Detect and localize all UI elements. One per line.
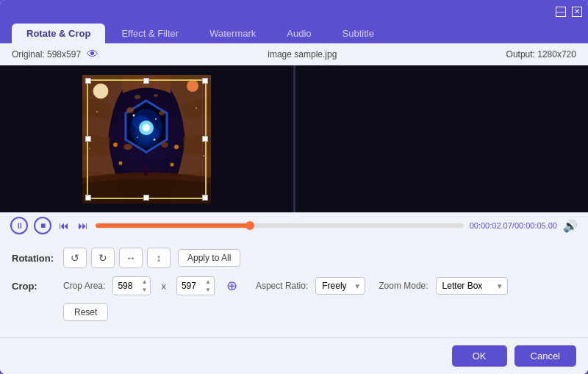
svg-point-12 xyxy=(126,107,134,113)
title-bar: — ✕ xyxy=(0,0,588,24)
zoom-mode-label: Zoom Mode: xyxy=(379,281,428,291)
svg-point-26 xyxy=(170,162,173,166)
flip-v-button[interactable]: ↕ xyxy=(147,248,171,268)
width-decrement-button[interactable]: ▼ xyxy=(139,286,149,294)
tab-rotate-crop[interactable]: Rotate & Crop xyxy=(12,24,105,43)
preview-left xyxy=(0,65,293,212)
info-bar: Original: 598x597 👁 image sample.jpg Out… xyxy=(0,43,588,65)
svg-point-8 xyxy=(132,114,135,116)
left-preview-image xyxy=(82,75,211,204)
tab-watermark[interactable]: Watermark xyxy=(195,24,270,43)
x-separator: x xyxy=(158,281,169,292)
svg-point-25 xyxy=(118,161,122,165)
content-area: Original: 598x597 👁 image sample.jpg Out… xyxy=(0,43,588,374)
rotation-buttons: ↺ ↻ ↔ ↕ xyxy=(63,248,171,268)
stop-button[interactable]: ⏹ xyxy=(34,217,51,234)
info-left: Original: 598x597 👁 xyxy=(12,48,98,61)
tabs-bar: Rotate & Crop Effect & Filter Watermark … xyxy=(0,24,588,43)
tab-subtitle[interactable]: Subtitle xyxy=(328,24,389,43)
width-spinners: ▲ ▼ xyxy=(139,278,149,294)
bottom-bar: OK Cancel xyxy=(0,337,588,374)
time-current: 00:00:02.07 xyxy=(470,221,512,230)
crop-label: Crop: xyxy=(12,281,56,292)
aspect-ratio-wrap: Freely 16:9 4:3 1:1 9:16 ▼ xyxy=(315,277,365,295)
controls-area: Rotation: ↺ ↻ ↔ ↕ Apply to All Crop: Cro… xyxy=(0,239,588,337)
preview-area xyxy=(0,65,588,212)
rotation-label: Rotation: xyxy=(12,253,56,264)
rotation-row: Rotation: ↺ ↻ ↔ ↕ Apply to All xyxy=(12,248,576,268)
original-info: Original: 598x597 xyxy=(12,49,81,60)
svg-point-29 xyxy=(89,148,90,149)
center-crop-button[interactable]: ⊕ xyxy=(222,276,243,296)
close-button[interactable]: ✕ xyxy=(572,7,582,17)
time-total: 00:00:05.00 xyxy=(514,221,557,230)
crop-area-label: Crop Area: xyxy=(63,281,105,291)
title-bar-controls: — ✕ xyxy=(556,7,582,17)
time-display: 00:00:02.07/00:00:05.00 xyxy=(470,221,557,230)
preview-right xyxy=(295,65,589,212)
svg-point-14 xyxy=(123,144,132,150)
eye-icon[interactable]: 👁 xyxy=(87,48,98,61)
svg-point-24 xyxy=(174,145,179,149)
tab-effect-filter[interactable]: Effect & Filter xyxy=(107,24,193,43)
skip-back-button[interactable]: ⏮ xyxy=(57,220,71,231)
progress-thumb xyxy=(245,221,254,230)
progress-bar[interactable] xyxy=(96,223,464,228)
ok-button[interactable]: OK xyxy=(452,345,507,367)
playback-bar: ⏸ ⏹ ⏮ ⏭ 00:00:02.07/00:00:05.00 🔊 xyxy=(0,212,588,239)
svg-point-7 xyxy=(143,124,150,132)
cancel-button[interactable]: Cancel xyxy=(514,345,576,367)
apply-to-all-button[interactable]: Apply to All xyxy=(178,249,240,267)
svg-point-17 xyxy=(154,94,158,97)
progress-fill xyxy=(96,223,250,228)
height-decrement-button[interactable]: ▼ xyxy=(203,286,213,294)
zoom-mode-wrap: Letter Box Pan & Scan Full ▼ xyxy=(436,277,508,295)
aspect-ratio-label: Aspect Ratio: xyxy=(256,281,308,291)
pause-button[interactable]: ⏸ xyxy=(10,217,28,234)
crop-width-wrap: ▲ ▼ xyxy=(112,276,151,295)
filename: image sample.jpg xyxy=(268,49,337,60)
reset-row: Reset xyxy=(12,303,576,321)
skip-forward-button[interactable]: ⏭ xyxy=(76,220,90,231)
crop-height-wrap: ▲ ▼ xyxy=(176,276,215,295)
left-image-container xyxy=(82,75,211,204)
svg-point-9 xyxy=(155,118,157,120)
height-increment-button[interactable]: ▲ xyxy=(203,278,213,286)
volume-icon[interactable]: 🔊 xyxy=(563,219,578,233)
width-increment-button[interactable]: ▲ xyxy=(139,278,149,286)
main-window: — ✕ Rotate & Crop Effect & Filter Waterm… xyxy=(0,0,588,374)
rotate-cw-button[interactable]: ↻ xyxy=(91,248,115,268)
svg-point-11 xyxy=(153,138,155,140)
svg-point-15 xyxy=(161,142,168,148)
aspect-ratio-select[interactable]: Freely 16:9 4:3 1:1 9:16 xyxy=(315,277,365,295)
svg-point-20 xyxy=(187,80,198,92)
rotate-ccw-button[interactable]: ↺ xyxy=(63,248,87,268)
svg-point-16 xyxy=(135,95,140,99)
svg-point-30 xyxy=(203,155,204,157)
zoom-mode-select[interactable]: Letter Box Pan & Scan Full xyxy=(436,277,508,295)
svg-point-22 xyxy=(143,166,148,170)
tab-audio[interactable]: Audio xyxy=(272,24,326,43)
output-info: Output: 1280x720 xyxy=(506,49,576,60)
svg-point-28 xyxy=(196,107,197,109)
svg-point-23 xyxy=(113,143,118,147)
height-spinners: ▲ ▼ xyxy=(203,278,213,294)
reset-button[interactable]: Reset xyxy=(63,303,108,321)
svg-point-13 xyxy=(159,111,165,115)
crop-row: Crop: Crop Area: ▲ ▼ x ▲ ▼ xyxy=(12,276,576,296)
flip-h-button[interactable]: ↔ xyxy=(119,248,143,268)
svg-point-27 xyxy=(96,111,98,112)
minimize-button[interactable]: — xyxy=(556,7,566,17)
svg-point-10 xyxy=(137,137,138,138)
